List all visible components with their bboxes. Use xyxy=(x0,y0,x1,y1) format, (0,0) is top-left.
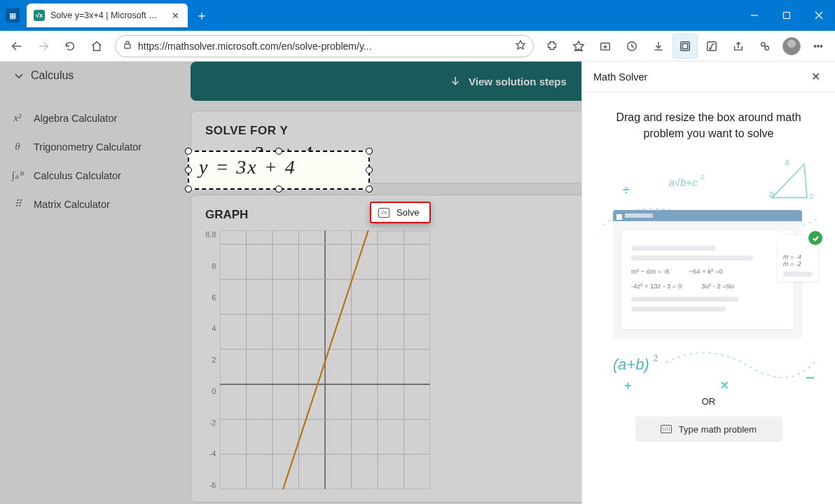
page-sidebar: Calculus x² Algebra Calculator θ Trigono… xyxy=(0,62,181,504)
result-badge: m = -4 m = -2 xyxy=(778,235,818,281)
app-icon: ▦ xyxy=(6,8,20,22)
tab-title: Solve y=3x+4 | Microsoft Math S xyxy=(50,10,164,20)
reader-icon[interactable] xyxy=(515,39,526,53)
sidebar-item-trigonometry[interactable]: θ Trigonometry Calculator xyxy=(0,132,174,161)
window-maximize-button[interactable] xyxy=(771,0,803,31)
equation-in-selection: y = 3x + 4 xyxy=(189,152,368,183)
svg-text:−: − xyxy=(806,370,815,387)
tab-close-icon[interactable]: ✕ xyxy=(170,10,181,21)
trig-icon: θ xyxy=(11,141,24,153)
svg-rect-16 xyxy=(681,41,690,50)
window-minimize-button[interactable] xyxy=(738,0,771,31)
address-bar[interactable]: https://mathsolver.microsoft.com/en/solv… xyxy=(115,35,534,57)
history-button[interactable] xyxy=(619,34,644,59)
svg-text:(a+b): (a+b) xyxy=(613,356,649,373)
browser-tab[interactable]: √x Solve y=3x+4 | Microsoft Math S ✕ xyxy=(27,4,188,27)
svg-rect-6 xyxy=(125,44,130,48)
sidebar-item-label: Algebra Calculator xyxy=(34,113,117,124)
solve-label: Solve xyxy=(396,207,420,218)
back-button[interactable] xyxy=(4,34,29,59)
svg-text:2: 2 xyxy=(701,174,705,181)
matrix-icon: ⠿ xyxy=(11,198,24,210)
svg-point-23 xyxy=(814,45,815,46)
svg-text:+: + xyxy=(624,379,631,391)
sidebar-item-label: Trigonometry Calculator xyxy=(34,141,142,153)
svg-text:÷: ÷ xyxy=(623,184,630,198)
category-toggle[interactable]: Calculus xyxy=(0,62,174,90)
svg-text:a√b+c: a√b+c xyxy=(669,177,698,189)
keyboard-icon xyxy=(661,425,672,433)
algebra-icon: x² xyxy=(11,112,24,124)
calculus-icon: ∫ₐᵇ xyxy=(11,169,24,181)
performance-button[interactable] xyxy=(752,34,778,59)
sidebar-item-label: Calculus Calculator xyxy=(34,170,121,181)
browser-toolbar: https://mathsolver.microsoft.com/en/solv… xyxy=(0,31,835,62)
sidebar-item-label: Matrix Calculator xyxy=(34,199,110,210)
math-solver-panel: Math Solver ✕ Drag and resize the box ar… xyxy=(581,62,835,504)
math-crop-box-visible[interactable]: y = 3x + 4 xyxy=(188,150,370,190)
panel-close-button[interactable]: ✕ xyxy=(807,69,824,85)
home-button[interactable] xyxy=(84,34,109,59)
svg-rect-17 xyxy=(682,43,687,48)
window-close-button[interactable] xyxy=(803,0,835,31)
svg-line-22 xyxy=(764,46,766,47)
category-label: Calculus xyxy=(31,69,74,82)
refresh-button[interactable] xyxy=(57,34,83,59)
web-capture-button[interactable] xyxy=(672,34,698,59)
downloads-button[interactable] xyxy=(646,34,671,59)
extensions-button[interactable] xyxy=(539,34,565,59)
svg-rect-1 xyxy=(784,13,790,19)
new-tab-button[interactable]: ＋ xyxy=(192,6,212,25)
view-steps-label: View solution steps xyxy=(469,76,567,88)
math-solver-button[interactable] xyxy=(699,34,724,59)
window-titlebar: ▦ √x Solve y=3x+4 | Microsoft Math S ✕ ＋ xyxy=(0,0,835,31)
graph-yticks: 8.8 8 6 4 2 0 -2 -4 -6 xyxy=(205,230,220,489)
graph-plot xyxy=(220,230,430,489)
svg-text:b: b xyxy=(769,190,774,200)
favorites-button[interactable] xyxy=(566,34,591,59)
solve-popup-button[interactable]: √x Solve xyxy=(370,202,431,223)
menu-button[interactable] xyxy=(806,34,831,59)
tab-favicon: √x xyxy=(34,10,45,21)
svg-marker-8 xyxy=(574,41,584,50)
sidebar-item-calculus[interactable]: ∫ₐᵇ Calculus Calculator xyxy=(0,161,174,190)
svg-text:2: 2 xyxy=(654,354,658,363)
avatar xyxy=(782,37,801,55)
svg-point-24 xyxy=(817,45,819,46)
svg-marker-7 xyxy=(516,41,525,49)
svg-text:×: × xyxy=(720,378,729,391)
arrow-down-icon xyxy=(449,75,462,88)
svg-marker-47 xyxy=(772,164,807,198)
panel-illustration: a b c a√b+c 2 ÷ (a+b) 2 − + × xyxy=(596,153,821,391)
lock-icon xyxy=(123,40,132,52)
solve-icon: √x xyxy=(378,208,389,218)
svg-text:c: c xyxy=(810,192,814,202)
chevron-down-icon xyxy=(14,71,24,80)
url-text: https://mathsolver.microsoft.com/en/solv… xyxy=(138,41,509,52)
svg-text:a: a xyxy=(785,158,789,168)
profile-button[interactable] xyxy=(779,34,804,59)
svg-line-45 xyxy=(283,230,371,489)
svg-point-25 xyxy=(820,45,822,46)
panel-header: Math Solver ✕ xyxy=(582,62,835,92)
sidebar-item-algebra[interactable]: x² Algebra Calculator xyxy=(0,104,174,132)
type-math-problem-button[interactable]: Type math problem xyxy=(635,416,782,442)
collections-button[interactable] xyxy=(593,34,618,59)
or-divider: OR xyxy=(596,396,821,407)
sidebar-item-matrix[interactable]: ⠿ Matrix Calculator xyxy=(0,190,174,218)
forward-button xyxy=(31,34,56,59)
panel-lead-text: Drag and resize the box around math prob… xyxy=(596,109,821,141)
panel-title: Math Solver xyxy=(593,71,647,83)
share-button[interactable] xyxy=(726,34,751,59)
type-btn-label: Type math problem xyxy=(679,424,757,435)
